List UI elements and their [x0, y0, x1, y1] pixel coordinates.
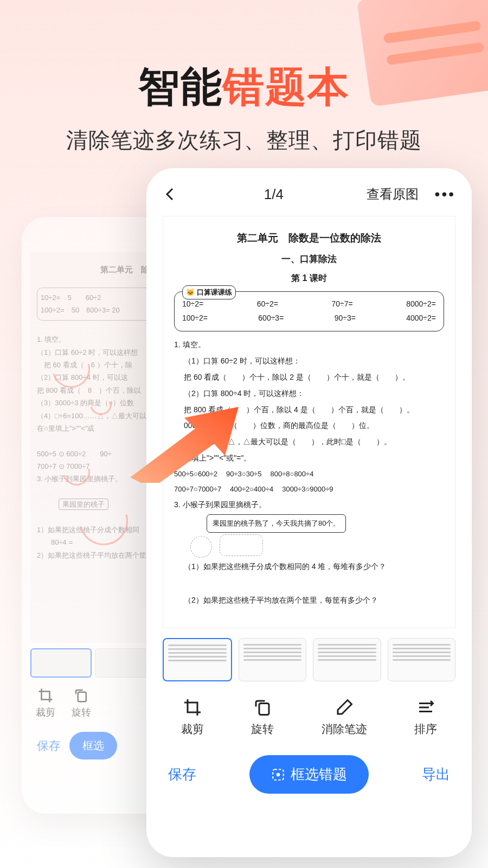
practice-box: 🐱 口算课课练 10÷2=60÷2=70÷7=8000÷2= 100÷2=600… — [174, 291, 444, 331]
svg-rect-0 — [78, 692, 86, 702]
rotate-button[interactable]: 旋转 — [251, 698, 274, 737]
title-black: 智能 — [138, 63, 223, 110]
back-rotate[interactable]: 旋转 — [72, 687, 91, 719]
erase-button[interactable]: 消除笔迹 — [322, 698, 367, 737]
sort-label: 排序 — [414, 722, 437, 737]
arrow-icon — [125, 401, 244, 483]
title-accent: 错题本 — [223, 63, 350, 110]
thumbnail-3[interactable] — [313, 638, 381, 681]
crop-icon — [183, 698, 202, 717]
hero-decoration — [356, 0, 488, 107]
svg-rect-1 — [259, 704, 269, 715]
erase-label: 消除笔迹 — [322, 722, 367, 737]
crop-label: 裁剪 — [181, 722, 204, 737]
doc-h4: 一、口算除法 — [174, 251, 444, 267]
doc-h5: 第 1 课时 — [174, 270, 444, 286]
back-save[interactable]: 保存 — [37, 738, 61, 754]
page-indicator: 1/4 — [264, 186, 284, 203]
box-tag: 🐱 口算课课练 — [182, 285, 236, 299]
sort-icon — [416, 698, 435, 717]
thumbnail-2[interactable] — [239, 638, 307, 681]
eraser-icon — [335, 698, 354, 717]
rotate-label: 旋转 — [251, 722, 274, 737]
back-crop[interactable]: 裁剪 — [36, 687, 55, 719]
tool-row: 裁剪 旋转 消除笔迹 排序 — [146, 686, 472, 741]
back-button[interactable] — [159, 184, 181, 204]
select-errors-button[interactable]: 框选错题 — [249, 755, 369, 794]
more-icon[interactable]: ••• — [432, 186, 459, 203]
doc-h3: 第二单元 除数是一位数的除法 — [174, 228, 444, 247]
action-row: 保存 框选错题 导出 — [146, 741, 472, 810]
front-header: 1/4 查看原图 ••• — [146, 168, 472, 213]
thumbnail-4[interactable] — [388, 638, 456, 681]
save-button[interactable]: 保存 — [168, 765, 196, 784]
phone-mock-front: 1/4 查看原图 ••• 第二单元 除数是一位数的除法 一、口算除法 第 1 课… — [146, 168, 472, 857]
story-bubble: 果园里的桃子熟了，今天我共摘了80个。 — [207, 514, 346, 533]
thumbnail-strip — [146, 628, 472, 686]
export-button[interactable]: 导出 — [422, 765, 450, 784]
rotate-icon — [253, 698, 272, 717]
hero-subtitle: 清除笔迹多次练习、整理、打印错题 — [0, 125, 488, 155]
sort-button[interactable]: 排序 — [414, 698, 437, 737]
peach-pile-icon — [220, 534, 263, 556]
select-errors-label: 框选错题 — [291, 765, 347, 784]
view-original-button[interactable]: 查看原图 — [367, 186, 419, 203]
squirrel-icon — [190, 536, 212, 558]
back-select-pill[interactable]: 框选 — [69, 732, 117, 760]
svg-point-3 — [277, 773, 279, 775]
crop-button[interactable]: 裁剪 — [181, 698, 204, 737]
select-box-icon — [271, 768, 285, 782]
thumbnail-1[interactable] — [163, 638, 232, 681]
